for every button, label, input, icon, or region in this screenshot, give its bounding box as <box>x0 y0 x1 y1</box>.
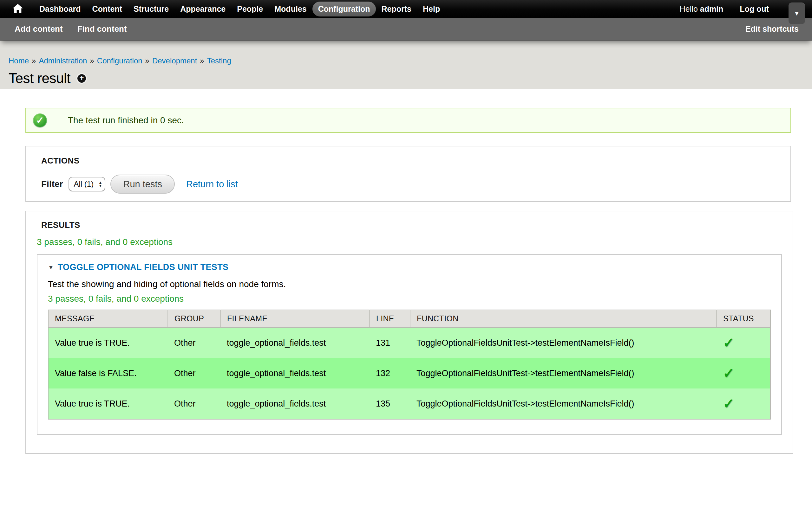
return-to-list-link[interactable]: Return to list <box>186 179 238 189</box>
column-header-group: GROUP <box>168 310 220 327</box>
breadcrumb-home[interactable]: Home <box>9 56 29 65</box>
cell-function: ToggleOptionalFieldsUnitTest->testElemen… <box>410 327 716 358</box>
toolbar-item-configuration[interactable]: Configuration <box>312 2 376 16</box>
results-table: MESSAGE GROUP FILENAME LINE FUNCTION STA… <box>48 309 771 419</box>
test-group-fieldset: ▼ TOGGLE OPTIONAL FIELDS UNIT TESTS Test… <box>37 254 782 435</box>
cell-line: 135 <box>369 389 410 419</box>
filter-select-value: All (1) <box>73 180 98 188</box>
results-legend: RESULTS <box>41 220 782 230</box>
column-header-message: MESSAGE <box>48 310 168 327</box>
toolbar-menu: Dashboard Content Structure Appearance P… <box>34 2 446 16</box>
breadcrumb-testing[interactable]: Testing <box>207 56 231 65</box>
cell-function: ToggleOptionalFieldsUnitTest->testElemen… <box>410 358 716 389</box>
run-tests-button[interactable]: Run tests <box>110 175 175 193</box>
toolbar-item-reports[interactable]: Reports <box>376 2 417 16</box>
cell-group: Other <box>168 358 220 389</box>
find-content-link[interactable]: Find content <box>78 24 127 34</box>
toolbar-item-content[interactable]: Content <box>87 2 128 16</box>
cell-line: 131 <box>369 327 410 358</box>
column-header-status: STATUS <box>716 310 770 327</box>
results-summary: 3 passes, 0 fails, and 0 exceptions <box>37 237 782 247</box>
status-message: ✓ The test run finished in 0 sec. <box>26 108 791 133</box>
status-ok-icon: ✓ <box>33 113 47 127</box>
toolbar-item-people[interactable]: People <box>231 2 269 16</box>
breadcrumb-administration[interactable]: Administration <box>39 56 87 65</box>
column-header-function: FUNCTION <box>410 310 716 327</box>
table-header-row: MESSAGE GROUP FILENAME LINE FUNCTION STA… <box>48 310 770 327</box>
toolbar-item-appearance[interactable]: Appearance <box>174 2 231 16</box>
edit-shortcuts-link[interactable]: Edit shortcuts <box>745 24 799 34</box>
admin-toolbar: Dashboard Content Structure Appearance P… <box>0 0 812 18</box>
cell-function: ToggleOptionalFieldsUnitTest->testElemen… <box>410 389 716 419</box>
cell-status: ✓ <box>716 358 770 389</box>
select-arrows-icon: ▲ ▼ <box>99 181 102 187</box>
test-group-summary: 3 passes, 0 fails, and 0 exceptions <box>48 294 771 304</box>
cell-status: ✓ <box>716 389 770 419</box>
actions-fieldset: ACTIONS Filter All (1) ▲ ▼ Run tests Ret… <box>26 146 791 202</box>
chevron-down-icon: ▼ <box>794 10 800 16</box>
breadcrumb-separator: » <box>90 56 94 65</box>
cell-group: Other <box>168 389 220 419</box>
test-group-title: TOGGLE OPTIONAL FIELDS UNIT TESTS <box>58 262 229 272</box>
add-content-link[interactable]: Add content <box>14 24 63 34</box>
toolbar-item-modules[interactable]: Modules <box>269 2 312 16</box>
cell-filename: toggle_optional_fields.test <box>220 389 369 419</box>
cell-message: Value true is TRUE. <box>48 327 168 358</box>
table-row: Value true is TRUE. Other toggle_optiona… <box>48 327 770 358</box>
breadcrumb-separator: » <box>200 56 204 65</box>
toolbar-item-help[interactable]: Help <box>417 2 446 16</box>
cell-line: 132 <box>369 358 410 389</box>
cell-status: ✓ <box>716 327 770 358</box>
pass-check-icon: ✓ <box>723 335 734 350</box>
shortcut-bar: Add content Find content Edit shortcuts <box>0 18 812 41</box>
cell-message: Value false is FALSE. <box>48 358 168 389</box>
cell-filename: toggle_optional_fields.test <box>220 327 369 358</box>
cell-message: Value true is TRUE. <box>48 389 168 419</box>
toolbar-user-area: Hello admin Log out <box>680 0 769 18</box>
main-content: ✓ The test run finished in 0 sec. ACTION… <box>0 108 812 454</box>
cell-group: Other <box>168 327 220 358</box>
breadcrumb-configuration[interactable]: Configuration <box>97 56 142 65</box>
test-group-toggle-link[interactable]: ▼ TOGGLE OPTIONAL FIELDS UNIT TESTS <box>48 262 771 272</box>
home-button[interactable] <box>13 4 23 14</box>
breadcrumb-separator: » <box>145 56 149 65</box>
test-group-description: Test the showing and hiding of optional … <box>48 279 771 289</box>
home-icon <box>13 4 23 14</box>
breadcrumb-separator: » <box>32 56 36 65</box>
plus-icon: + <box>80 74 84 82</box>
toolbar-item-structure[interactable]: Structure <box>128 2 174 16</box>
results-fieldset: RESULTS 3 passes, 0 fails, and 0 excepti… <box>26 211 793 454</box>
column-header-line: LINE <box>369 310 410 327</box>
table-row: Value true is TRUE. Other toggle_optiona… <box>48 389 770 419</box>
collapse-arrow-icon: ▼ <box>48 264 54 271</box>
pass-check-icon: ✓ <box>723 365 734 381</box>
breadcrumb: Home»Administration»Configuration»Develo… <box>9 56 812 65</box>
add-to-shortcuts-button[interactable]: + <box>78 74 86 83</box>
pass-check-icon: ✓ <box>723 396 734 411</box>
user-greeting: Hello admin <box>680 4 723 14</box>
filter-label: Filter <box>41 179 63 189</box>
toolbar-toggle-button[interactable]: ▼ <box>789 3 805 24</box>
page-header: Home»Administration»Configuration»Develo… <box>0 41 812 89</box>
cell-filename: toggle_optional_fields.test <box>220 358 369 389</box>
table-row: Value false is FALSE. Other toggle_optio… <box>48 358 770 389</box>
logout-link[interactable]: Log out <box>740 4 769 14</box>
page-title: Test result <box>9 70 70 86</box>
actions-legend: ACTIONS <box>41 156 775 166</box>
breadcrumb-development[interactable]: Development <box>152 56 197 65</box>
username: admin <box>700 4 723 13</box>
filter-select[interactable]: All (1) ▲ ▼ <box>68 177 105 191</box>
status-message-text: The test run finished in 0 sec. <box>68 115 184 125</box>
column-header-filename: FILENAME <box>220 310 369 327</box>
toolbar-item-dashboard[interactable]: Dashboard <box>34 2 87 16</box>
